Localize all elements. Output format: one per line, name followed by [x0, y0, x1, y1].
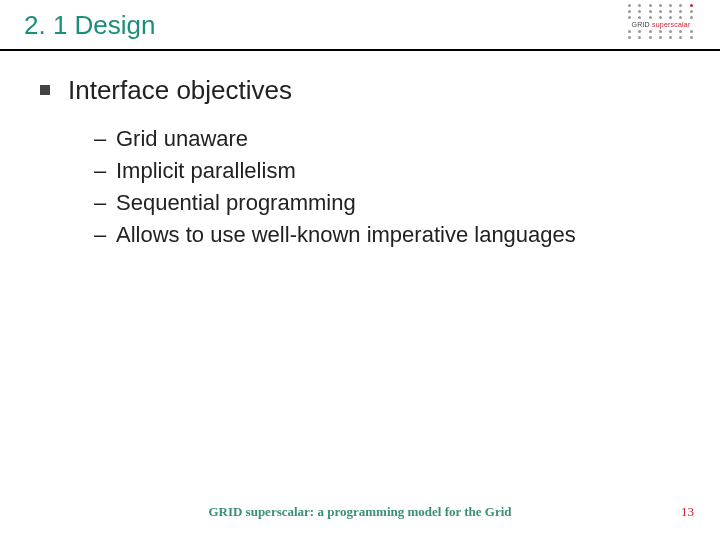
slide-title: 2. 1 Design	[24, 10, 696, 41]
bullet-level1: Interface objectives	[40, 75, 680, 106]
page-number: 13	[681, 504, 694, 520]
logo: GRID superscalar	[626, 4, 696, 39]
dash-bullet-icon: –	[94, 220, 116, 250]
bullet-level1-text: Interface objectives	[68, 75, 292, 106]
logo-dots-top	[626, 4, 696, 19]
slide-header: 2. 1 Design GRID superscalar	[0, 0, 720, 51]
square-bullet-icon	[40, 85, 50, 95]
sub-bullet-list: – Grid unaware – Implicit parallelism – …	[94, 124, 680, 250]
dash-bullet-icon: –	[94, 188, 116, 218]
bullet-level2: – Allows to use well-known imperative la…	[94, 220, 680, 250]
slide-body: Interface objectives – Grid unaware – Im…	[0, 51, 720, 250]
bullet-level2-text: Implicit parallelism	[116, 156, 296, 186]
bullet-level2-text: Allows to use well-known imperative lang…	[116, 220, 576, 250]
bullet-level2: – Implicit parallelism	[94, 156, 680, 186]
bullet-level2-text: Sequential programming	[116, 188, 356, 218]
bullet-level2-text: Grid unaware	[116, 124, 248, 154]
slide: 2. 1 Design GRID superscalar Interface o…	[0, 0, 720, 540]
bullet-level2: – Sequential programming	[94, 188, 680, 218]
slide-footer: GRID superscalar: a programming model fo…	[0, 504, 720, 520]
dash-bullet-icon: –	[94, 156, 116, 186]
footer-text: GRID superscalar: a programming model fo…	[0, 504, 720, 520]
bullet-level2: – Grid unaware	[94, 124, 680, 154]
logo-text: GRID superscalar	[626, 21, 696, 28]
dash-bullet-icon: –	[94, 124, 116, 154]
logo-dots-bottom	[626, 30, 696, 39]
